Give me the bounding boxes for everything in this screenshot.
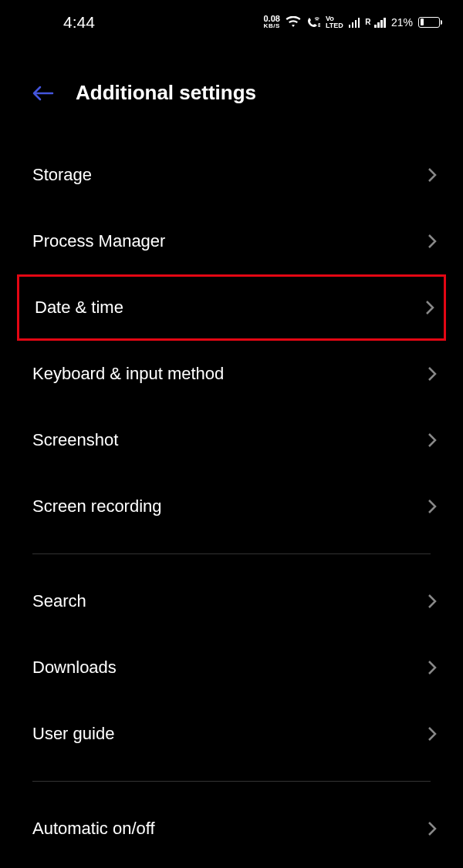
settings-item-storage[interactable]: Storage bbox=[0, 142, 463, 208]
chevron-right-icon bbox=[428, 821, 437, 836]
volte-bottom: LTED bbox=[326, 22, 343, 29]
back-arrow-icon[interactable] bbox=[32, 86, 54, 101]
status-right: 0.08 KB/S 8 Vo LTED R 21% bbox=[263, 15, 440, 29]
settings-item-date-time[interactable]: Date & time bbox=[17, 274, 446, 341]
chevron-right-icon bbox=[428, 167, 437, 183]
settings-item-screenshot[interactable]: Screenshot bbox=[0, 407, 463, 473]
roaming-label: R bbox=[365, 18, 370, 26]
chevron-right-icon bbox=[428, 432, 437, 448]
settings-label: Screen recording bbox=[32, 496, 162, 516]
chevron-right-icon bbox=[425, 300, 434, 315]
chevron-right-icon bbox=[428, 366, 437, 382]
settings-list: Storage Process Manager Date & time Keyb… bbox=[0, 128, 463, 862]
settings-label: Keyboard & input method bbox=[32, 364, 224, 384]
settings-label: Process Manager bbox=[32, 231, 165, 251]
chevron-right-icon bbox=[428, 726, 437, 742]
settings-label: Automatic on/off bbox=[32, 819, 155, 839]
settings-label: Storage bbox=[32, 165, 92, 185]
settings-item-user-guide[interactable]: User guide bbox=[0, 701, 463, 767]
wifi-icon bbox=[286, 16, 301, 29]
settings-item-automatic-on-off[interactable]: Automatic on/off bbox=[0, 796, 463, 862]
header: Additional settings bbox=[0, 42, 463, 128]
signal-icon-2 bbox=[374, 17, 386, 28]
settings-label: Screenshot bbox=[32, 430, 118, 450]
settings-label: Search bbox=[32, 591, 86, 611]
settings-item-search[interactable]: Search bbox=[0, 568, 463, 634]
settings-item-screen-recording[interactable]: Screen recording bbox=[0, 473, 463, 540]
settings-label: User guide bbox=[32, 724, 114, 744]
chevron-right-icon bbox=[428, 234, 437, 249]
svg-text:8: 8 bbox=[318, 22, 320, 28]
settings-item-process-manager[interactable]: Process Manager bbox=[0, 208, 463, 274]
divider bbox=[32, 553, 431, 554]
settings-item-keyboard-input[interactable]: Keyboard & input method bbox=[0, 341, 463, 407]
status-time: 4:44 bbox=[63, 13, 95, 32]
data-speed-indicator: 0.08 KB/S bbox=[263, 15, 279, 29]
settings-label: Downloads bbox=[32, 658, 117, 678]
chevron-right-icon bbox=[428, 499, 437, 514]
volte-indicator: Vo LTED bbox=[326, 15, 343, 28]
settings-item-downloads[interactable]: Downloads bbox=[0, 634, 463, 701]
settings-label: Date & time bbox=[35, 298, 123, 318]
chevron-right-icon bbox=[428, 594, 437, 609]
wifi-calling-icon: 8 bbox=[306, 16, 320, 29]
page-title: Additional settings bbox=[76, 81, 256, 105]
battery-icon bbox=[418, 17, 440, 28]
status-bar: 4:44 0.08 KB/S 8 Vo LTED R bbox=[0, 0, 463, 42]
chevron-right-icon bbox=[428, 660, 437, 675]
data-speed-unit: KB/S bbox=[264, 23, 280, 29]
divider bbox=[32, 781, 431, 782]
battery-percentage: 21% bbox=[391, 16, 413, 29]
signal-icon-1 bbox=[349, 17, 360, 28]
